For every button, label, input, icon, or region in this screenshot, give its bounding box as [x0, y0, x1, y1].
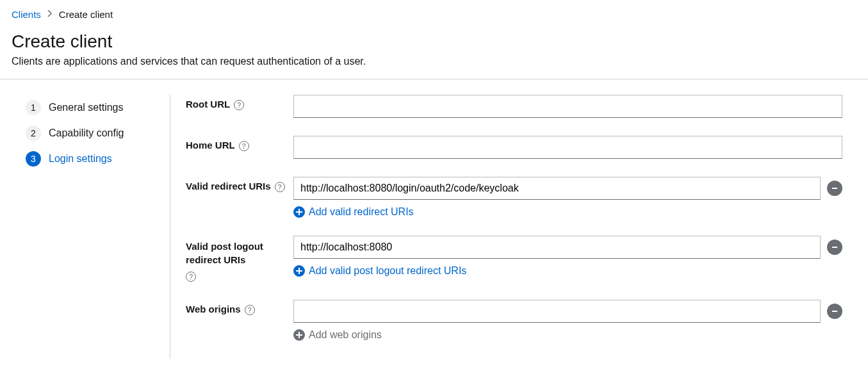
wizard-step-number: 2	[26, 126, 41, 141]
add-post-logout-uri-link[interactable]: Add valid post logout redirect URIs	[293, 265, 466, 277]
wizard-step-label: Capability config	[49, 127, 124, 139]
svg-rect-0	[832, 188, 837, 189]
page-description: Clients are applications and services th…	[12, 56, 856, 67]
remove-web-origin-button[interactable]	[827, 304, 842, 319]
wizard-step-general-settings[interactable]: 1 General settings	[26, 95, 154, 120]
wizard-step-label: Login settings	[49, 153, 112, 165]
remove-post-logout-uri-button[interactable]	[827, 240, 842, 255]
redirect-uris-label: Valid redirect URIs	[186, 181, 271, 192]
help-icon[interactable]: ?	[275, 182, 285, 192]
minus-icon	[831, 243, 839, 251]
help-icon[interactable]: ?	[239, 141, 249, 151]
breadcrumb-current: Create client	[59, 9, 113, 20]
svg-rect-2	[832, 311, 837, 312]
svg-rect-1	[832, 247, 837, 248]
page-title: Create client	[12, 31, 856, 52]
plus-icon	[293, 329, 305, 341]
help-icon[interactable]: ?	[234, 100, 244, 110]
wizard-nav: 1 General settings 2 Capability config 3…	[0, 95, 170, 359]
add-redirect-uri-link[interactable]: Add valid redirect URIs	[293, 206, 414, 218]
minus-icon	[831, 184, 839, 192]
wizard-step-capability-config[interactable]: 2 Capability config	[26, 120, 154, 146]
wizard-step-number: 1	[26, 100, 41, 115]
help-icon[interactable]: ?	[186, 272, 196, 282]
breadcrumb-parent-link[interactable]: Clients	[12, 9, 41, 20]
add-post-logout-uri-label: Add valid post logout redirect URIs	[309, 265, 466, 277]
wizard-step-login-settings[interactable]: 3 Login settings	[26, 146, 154, 172]
add-web-origin-link[interactable]: Add web origins	[293, 329, 382, 341]
minus-icon	[831, 307, 839, 315]
breadcrumb: Clients Create client	[12, 9, 856, 20]
web-origin-input[interactable]	[293, 300, 821, 323]
wizard-step-number: 3	[26, 151, 41, 167]
root-url-label: Root URL	[186, 99, 230, 110]
post-logout-uri-input[interactable]	[293, 236, 821, 259]
remove-redirect-uri-button[interactable]	[827, 181, 842, 196]
add-redirect-uri-label: Add valid redirect URIs	[309, 206, 414, 218]
plus-icon	[293, 265, 305, 277]
post-logout-uris-label: Valid post logout redirect URIs	[186, 240, 293, 266]
web-origins-label: Web origins	[186, 304, 241, 314]
redirect-uri-input[interactable]	[293, 177, 821, 200]
root-url-input[interactable]	[293, 95, 842, 118]
home-url-label: Home URL	[186, 140, 235, 151]
add-web-origin-label: Add web origins	[309, 329, 382, 341]
chevron-right-icon	[47, 10, 53, 19]
wizard-step-label: General settings	[49, 102, 124, 113]
home-url-input[interactable]	[293, 136, 842, 159]
help-icon[interactable]: ?	[245, 305, 255, 315]
form-area: Root URL ? Home URL ? Valid redi	[170, 95, 868, 359]
plus-icon	[293, 206, 305, 218]
